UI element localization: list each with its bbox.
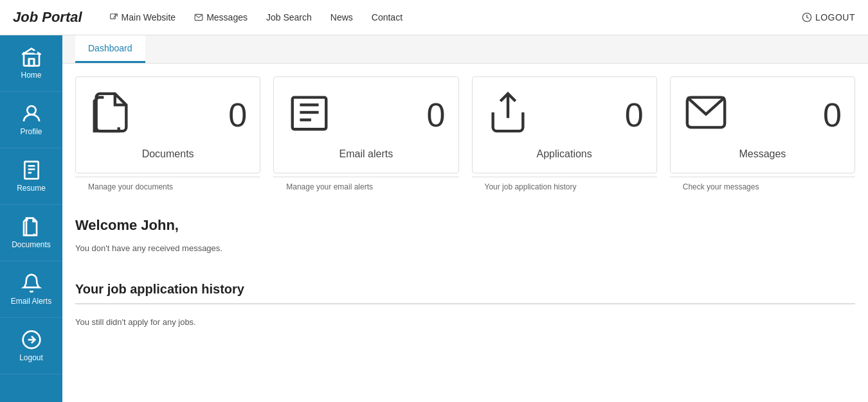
applications-card-top: 0 (485, 90, 644, 140)
message-icon (194, 13, 203, 22)
welcome-title: Welcome John, (75, 217, 855, 234)
sidebar-item-logout[interactable]: Logout (0, 318, 62, 374)
sidebar-item-resume[interactable]: Resume (0, 148, 62, 205)
resume-icon (21, 160, 42, 180)
email-alerts-label: Email alerts (339, 148, 393, 160)
applications-stat-icon (485, 90, 530, 140)
email-alerts-description: Manage your email alerts (273, 177, 458, 198)
documents-label: Documents (142, 148, 194, 160)
applications-card-wrapper: 0 Applications Your job application hist… (472, 76, 657, 198)
site-logo: Job Portal (13, 9, 82, 26)
documents-description: Manage your documents (75, 177, 260, 198)
nav-news[interactable]: News (323, 8, 361, 26)
svg-point-10 (27, 106, 35, 114)
sidebar: Home Profile Resume Documents Email Aler (0, 35, 62, 402)
nav-contact[interactable]: Contact (364, 8, 410, 26)
svg-point-8 (34, 50, 37, 53)
logout-button[interactable]: LOGOUT (802, 12, 855, 22)
nav-main-website[interactable]: Main Website (102, 8, 184, 26)
sidebar-item-profile[interactable]: Profile (0, 92, 62, 148)
sidebar-resume-label: Resume (17, 184, 46, 193)
documents-icon (21, 216, 42, 237)
documents-count: 0 (228, 96, 247, 134)
messages-label: Messages (739, 148, 786, 160)
logout-icon (21, 329, 42, 350)
messages-description: Check your messages (670, 177, 855, 198)
external-link-icon (109, 13, 118, 22)
documents-stat-icon (89, 90, 134, 140)
sidebar-logout-label: Logout (19, 353, 43, 362)
nav-job-search[interactable]: Job Search (258, 8, 320, 26)
sidebar-item-documents[interactable]: Documents (0, 205, 62, 261)
stats-row: 0 Documents Manage your documents (62, 64, 868, 204)
messages-count: 0 (823, 96, 842, 134)
history-message: You still didn't apply for any jobs. (62, 308, 868, 336)
messages-card[interactable]: 0 Messages (670, 76, 855, 173)
email-alerts-card[interactable]: 0 Email alerts (273, 76, 458, 173)
layout: Home Profile Resume Documents Email Aler (0, 35, 868, 402)
header: Job Portal Main Website Messages Job Sea… (0, 0, 868, 35)
messages-card-top: 0 (683, 90, 842, 140)
sidebar-documents-label: Documents (12, 240, 51, 249)
clock-icon (802, 12, 812, 22)
documents-card[interactable]: 0 Documents (75, 76, 260, 173)
history-title: Your job application history (62, 272, 868, 300)
nav-messages[interactable]: Messages (186, 8, 255, 26)
email-alerts-card-top: 0 (287, 90, 445, 140)
email-alerts-count: 0 (427, 96, 446, 134)
sidebar-email-alerts-label: Email Alerts (11, 297, 51, 306)
tab-bar: Dashboard (62, 35, 868, 64)
svg-rect-7 (29, 59, 34, 66)
applications-count: 0 (625, 96, 644, 134)
main-content: Dashboard 0 (62, 35, 868, 402)
tab-dashboard[interactable]: Dashboard (75, 35, 145, 63)
applications-description: Your job application history (472, 177, 657, 198)
applications-label: Applications (536, 148, 592, 160)
documents-card-wrapper: 0 Documents Manage your documents (75, 76, 260, 198)
sidebar-home-label: Home (21, 71, 41, 80)
sidebar-item-email-alerts[interactable]: Email Alerts (0, 261, 62, 318)
home-icon (21, 47, 42, 67)
messages-card-wrapper: 0 Messages Check your messages (670, 76, 855, 198)
history-divider (75, 303, 855, 304)
messages-stat-icon (683, 90, 728, 140)
user-icon (21, 103, 42, 124)
bell-icon (21, 273, 42, 293)
email-alerts-stat-icon (287, 90, 332, 140)
main-nav: Main Website Messages Job Search News Co… (102, 8, 802, 26)
applications-card[interactable]: 0 Applications (472, 76, 657, 173)
sidebar-profile-label: Profile (20, 127, 42, 136)
welcome-message: You don't have any received messages. (75, 243, 855, 253)
documents-card-top: 0 (89, 90, 247, 140)
welcome-section: Welcome John, You don't have any receive… (62, 204, 868, 272)
sidebar-item-home[interactable]: Home (0, 35, 62, 92)
email-alerts-card-wrapper: 0 Email alerts Manage your email alerts (273, 76, 458, 198)
